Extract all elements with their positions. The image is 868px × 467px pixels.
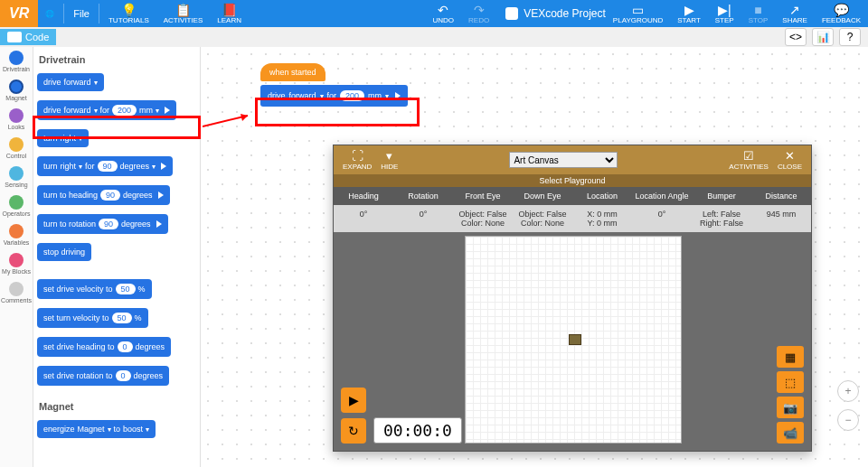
- cat-variables[interactable]: Variables: [4, 224, 30, 246]
- activities-button[interactable]: 📋ACTIVITIES: [156, 2, 211, 26]
- block-palette[interactable]: Drivetrain drive forward▾ drive forward▾…: [33, 47, 201, 467]
- chevron-down-icon: ▾: [156, 107, 159, 115]
- share-button[interactable]: ↗SHARE: [775, 2, 815, 26]
- playground-icon: ▭: [632, 4, 644, 16]
- block-drive[interactable]: drive forward▾: [37, 73, 104, 91]
- block-set-drive-rotation[interactable]: set drive rotation to 0 degrees: [37, 366, 169, 386]
- value-input[interactable]: 200: [340, 90, 364, 101]
- feedback-button[interactable]: 💬FEEDBACK: [815, 2, 868, 26]
- block-set-drive-velocity[interactable]: set drive velocity to 50 %: [37, 279, 152, 299]
- block-drive-for[interactable]: drive forward▾ for 200 mm▾: [37, 100, 176, 120]
- playground-window: ⛶EXPAND ▾HIDE Art Canvas ☑ACTIVITIES ✕CL…: [333, 145, 812, 452]
- cat-drivetrain[interactable]: Drivetrain: [3, 51, 30, 72]
- check-icon: ☑: [743, 149, 754, 163]
- playground-subtitle: Select Playground: [334, 174, 811, 187]
- language-dropdown[interactable]: 🌐: [38, 8, 61, 20]
- block-turn[interactable]: turn right▾: [37, 129, 89, 147]
- cat-operators[interactable]: Operators: [2, 195, 30, 217]
- dot-icon: [9, 108, 24, 123]
- plus-icon: +: [844, 385, 851, 397]
- project-name[interactable]: VEXcode Project: [505, 7, 606, 20]
- value-input[interactable]: 50: [116, 284, 136, 294]
- cat-control[interactable]: Control: [6, 137, 27, 159]
- cat-magnet[interactable]: Magnet: [5, 79, 26, 101]
- code-tab[interactable]: Code: [0, 29, 56, 45]
- hide-button[interactable]: ▾HIDE: [381, 149, 398, 171]
- tutorials-button[interactable]: 💡TUTORIALS: [101, 2, 156, 26]
- chevron-down-icon: ▾: [94, 107, 98, 115]
- undo-button[interactable]: ↶UNDO: [425, 2, 461, 26]
- cat-comments[interactable]: Comments: [1, 282, 32, 304]
- value-input[interactable]: 0: [116, 370, 131, 381]
- learn-button[interactable]: 📕LEARN: [210, 2, 249, 26]
- start-button[interactable]: ▶START: [670, 2, 707, 26]
- pg-play-button[interactable]: ▶: [341, 388, 366, 413]
- timer: 00:00:0: [373, 417, 462, 444]
- value-input[interactable]: 200: [112, 105, 137, 116]
- block-energize-magnet[interactable]: energize Magnet▾ to boost▾: [37, 420, 156, 438]
- chevron-down-icon: ▾: [79, 135, 82, 143]
- block-turn-to-rotation[interactable]: turn to rotation 90 degrees: [37, 214, 168, 234]
- pg-reset-button[interactable]: ↻: [341, 418, 366, 444]
- camera-icon: 📷: [783, 401, 797, 415]
- block-set-turn-velocity[interactable]: set turn velocity to 50 %: [37, 308, 148, 328]
- step-button[interactable]: ▶|STEP: [708, 2, 741, 26]
- separator: [63, 4, 64, 23]
- value-input[interactable]: 50: [112, 313, 132, 323]
- arena[interactable]: [465, 236, 682, 444]
- when-started-hat[interactable]: when started: [260, 63, 326, 81]
- ring-icon: [9, 79, 24, 94]
- pg-close-button[interactable]: ✕CLOSE: [778, 149, 802, 171]
- chevron-down-icon: ▾: [320, 92, 324, 100]
- play-icon: [161, 163, 166, 170]
- redo-button[interactable]: ↷REDO: [461, 2, 496, 26]
- block-stop-driving[interactable]: stop driving: [37, 243, 91, 261]
- top-toolbar: VR 🌐 File 💡TUTORIALS 📋ACTIVITIES 📕LEARN …: [0, 0, 868, 27]
- help-button[interactable]: ?: [839, 28, 861, 46]
- sensor-table-row: 0° 0° Object: False Color: None Object: …: [334, 205, 811, 232]
- value-input[interactable]: 90: [100, 190, 120, 201]
- code-brackets-icon: <>: [789, 31, 802, 43]
- dot-icon: [9, 137, 24, 152]
- feedback-icon: 💬: [834, 4, 849, 16]
- camera-chase-button[interactable]: 📷: [777, 397, 804, 418]
- dot-icon: [9, 51, 24, 65]
- share-icon: ↗: [789, 4, 800, 16]
- monitor-button[interactable]: 📊: [812, 28, 834, 46]
- play-icon: [395, 92, 401, 99]
- block-set-drive-heading[interactable]: set drive heading to 0 degrees: [37, 337, 171, 357]
- dot-icon: [9, 166, 24, 181]
- chevron-down-icon: ▾: [79, 163, 82, 171]
- playground-select[interactable]: Art Canvas: [509, 152, 618, 168]
- redo-icon: ↷: [474, 4, 485, 16]
- camera-icon: ⬚: [785, 376, 796, 389]
- cat-sensing[interactable]: Sensing: [5, 166, 27, 188]
- block-turn-to-heading[interactable]: turn to heading 90 degrees: [37, 185, 170, 205]
- code-icon: [7, 32, 22, 42]
- camera-grid-button[interactable]: ▦: [777, 346, 804, 368]
- camera-first-person-button[interactable]: 📹: [777, 422, 804, 444]
- sensor-table-header: Heading Rotation Front Eye Down Eye Loca…: [334, 187, 811, 205]
- learn-icon: 📕: [222, 4, 237, 16]
- code-view-button[interactable]: <>: [785, 28, 807, 46]
- zoom-out-button[interactable]: −: [837, 409, 859, 431]
- stop-button[interactable]: ■STOP: [741, 2, 776, 26]
- expand-button[interactable]: ⛶EXPAND: [343, 149, 372, 171]
- file-menu[interactable]: File: [66, 6, 97, 21]
- chevron-down-icon: ▾: [94, 79, 98, 87]
- cat-myblocks[interactable]: My Blocks: [2, 253, 31, 275]
- canvas-drive-for-block[interactable]: drive forward▾ for 200 mm▾: [260, 85, 408, 107]
- play-icon: [158, 191, 164, 199]
- dot-icon: [9, 282, 24, 296]
- pg-activities-button[interactable]: ☑ACTIVITIES: [729, 149, 769, 171]
- camera-top-button[interactable]: ⬚: [777, 371, 804, 393]
- value-input[interactable]: 90: [99, 219, 118, 229]
- block-turn-for[interactable]: turn right▾ for 90 degrees▾: [37, 156, 173, 176]
- playground-button[interactable]: ▭PLAYGROUND: [606, 2, 670, 26]
- value-input[interactable]: 90: [98, 161, 118, 172]
- cat-looks[interactable]: Looks: [8, 108, 25, 130]
- zoom-in-button[interactable]: +: [837, 380, 859, 402]
- value-input[interactable]: 0: [118, 341, 133, 352]
- dot-icon: [9, 224, 24, 238]
- expand-icon: ⛶: [352, 149, 363, 163]
